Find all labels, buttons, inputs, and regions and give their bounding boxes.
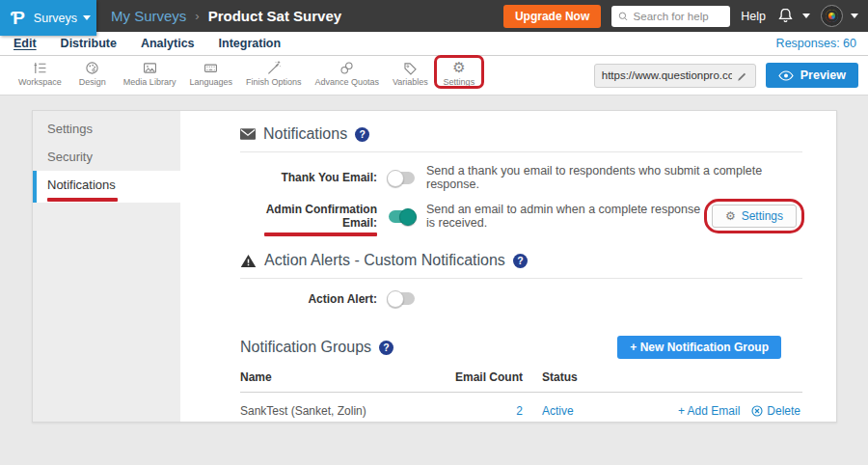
sidebar-item-notifications[interactable]: Notifications — [33, 171, 180, 203]
toolbar-variables[interactable]: Variables — [386, 60, 435, 87]
new-notification-group-button[interactable]: + New Notification Group — [617, 336, 781, 359]
thank-you-email-row: Thank You Email: Send a thank you email … — [240, 164, 802, 191]
help-icon[interactable]: ? — [379, 341, 393, 355]
gear-icon: ⚙ — [452, 60, 465, 76]
magic-wand-icon — [265, 60, 282, 76]
survey-tab-nav: Edit Distribute Analytics Integration Re… — [0, 32, 868, 56]
search-icon — [618, 11, 628, 22]
help-link[interactable]: Help — [741, 10, 766, 23]
section-title-notification-groups: Notification Groups — [240, 339, 371, 356]
toolbar-advance-quotas[interactable]: Advance Quotas — [308, 60, 386, 87]
settings-card: Settings Security Notifications Notifica… — [32, 110, 837, 423]
email-count-link[interactable]: 2 — [516, 404, 523, 418]
notifications-panel: Notifications ? Thank You Email: Send a … — [180, 111, 836, 422]
table-row: SankTest (Sanket, Zolin) 2 Active + Add … — [240, 393, 802, 419]
pencil-icon[interactable] — [737, 69, 748, 82]
keyboard-icon — [203, 60, 219, 76]
action-alert-toggle[interactable] — [389, 292, 415, 305]
edit-toolbar: Workspace Design Media Library Languages… — [0, 56, 868, 96]
group-name-cell: SankTest (Sanket, Zolin) — [240, 393, 426, 419]
divider — [240, 278, 802, 279]
toolbar-media-library[interactable]: Media Library — [117, 60, 183, 87]
chevron-down-icon — [851, 14, 858, 18]
survey-url-input[interactable] — [602, 69, 732, 81]
admin-confirmation-email-label: Admin Confirmation Email: — [240, 203, 377, 230]
avatar — [821, 5, 843, 27]
annotation-notifications-underline — [47, 198, 118, 202]
preview-button[interactable]: Preview — [766, 63, 858, 88]
toolbar-languages[interactable]: Languages — [182, 60, 239, 87]
product-menu-label: Surveys — [34, 12, 77, 25]
add-email-link[interactable]: + Add Email — [678, 404, 740, 418]
help-icon[interactable]: ? — [513, 254, 528, 268]
notifications-menu[interactable] — [776, 7, 810, 25]
toolbar-workspace[interactable]: Workspace — [12, 60, 68, 87]
admin-email-settings-button[interactable]: ⚙ Settings — [712, 205, 797, 228]
status-link[interactable]: Active — [542, 404, 574, 418]
section-title-notifications: Notifications — [263, 125, 347, 143]
admin-confirmation-email-row: Admin Confirmation Email: Send an email … — [240, 203, 802, 230]
breadcrumb-my-surveys[interactable]: My Surveys — [111, 8, 186, 24]
breadcrumb-survey-title: Product Sat Survey — [208, 8, 341, 24]
action-alert-row: Action Alert: — [240, 290, 802, 307]
help-search-input[interactable] — [634, 11, 724, 22]
delete-circle-x-icon — [751, 405, 763, 417]
envelope-icon — [240, 128, 256, 140]
sidebar-item-settings[interactable]: Settings — [33, 115, 180, 143]
chevron-down-icon — [83, 15, 91, 20]
toolbar-finish-options[interactable]: Finish Options — [239, 60, 309, 87]
thank-you-email-toggle[interactable] — [389, 172, 415, 184]
column-header-email-count: Email Count — [426, 370, 523, 393]
action-alert-label: Action Alert: — [240, 292, 377, 306]
breadcrumb: My Surveys › Product Sat Survey — [111, 8, 341, 24]
divider — [240, 151, 802, 152]
eye-icon — [778, 70, 794, 81]
section-title-action-alerts: Action Alerts - Custom Notifications — [264, 252, 505, 269]
product-switcher[interactable]: Ƥ Surveys — [0, 0, 96, 36]
account-menu[interactable] — [821, 5, 858, 27]
top-header: Ƥ Surveys My Surveys › Product Sat Surve… — [0, 0, 868, 32]
help-icon[interactable]: ? — [355, 127, 369, 142]
upgrade-now-button[interactable]: Upgrade Now — [503, 5, 601, 28]
responses-count[interactable]: Responses: 60 — [776, 37, 856, 50]
chain-links-icon — [339, 60, 355, 76]
notification-groups-table: Name Email Count Status SankTest (Sanket… — [240, 370, 802, 418]
settings-sidebar: Settings Security Notifications — [33, 111, 180, 422]
sidebar-item-security[interactable]: Security — [33, 143, 180, 171]
gear-icon: ⚙ — [725, 209, 736, 223]
bell-icon — [776, 7, 795, 25]
thank-you-email-label: Thank You Email: — [240, 171, 377, 184]
breadcrumb-separator: › — [195, 9, 199, 23]
chevron-down-icon — [802, 14, 810, 18]
annotation-admin-label-underline — [264, 232, 377, 236]
toolbar-design[interactable]: Design — [68, 60, 117, 87]
tab-analytics[interactable]: Analytics — [141, 37, 195, 50]
warning-triangle-icon — [240, 254, 257, 268]
toolbar-settings[interactable]: ⚙ Settings — [435, 60, 483, 87]
column-header-actions — [634, 370, 802, 393]
survey-url-field[interactable] — [594, 64, 756, 88]
tab-integration[interactable]: Integration — [219, 37, 282, 50]
tab-distribute[interactable]: Distribute — [61, 37, 117, 50]
delete-link[interactable]: Delete — [751, 404, 800, 418]
tag-icon — [402, 60, 419, 76]
image-icon — [142, 60, 158, 76]
column-header-name: Name — [240, 370, 426, 393]
column-header-status: Status — [523, 370, 634, 393]
questionpro-logo: Ƥ — [11, 8, 25, 29]
help-search[interactable] — [611, 6, 730, 27]
admin-confirmation-email-toggle[interactable] — [389, 210, 415, 223]
palette-icon — [84, 60, 100, 76]
tab-edit[interactable]: Edit — [14, 37, 37, 50]
workspace-list-icon — [32, 60, 48, 76]
